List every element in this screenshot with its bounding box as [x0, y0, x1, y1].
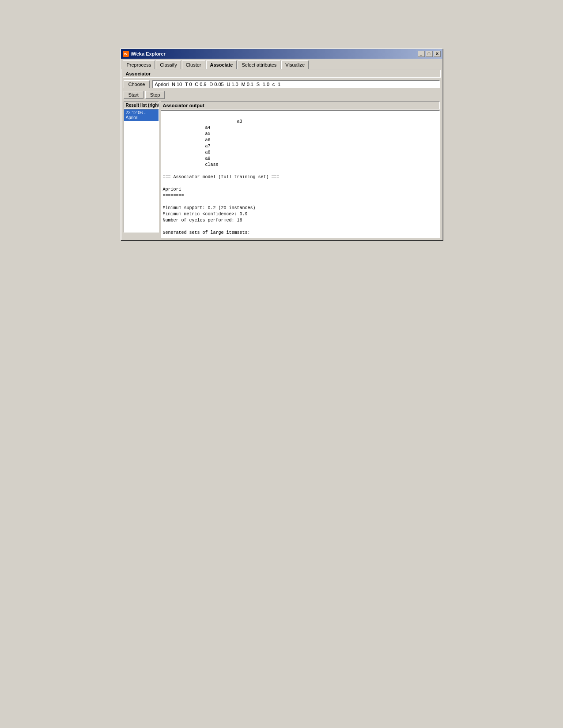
panel-container: Result list (right-clic... 23:12:06 - Ap… — [124, 101, 440, 238]
tab-classify[interactable]: Classify — [156, 60, 181, 69]
section-header: Associator — [123, 70, 441, 78]
result-list-header: Result list (right-clic... — [124, 101, 159, 109]
result-item[interactable]: 23:12:06 - Apriori — [124, 109, 159, 121]
tab-bar: Preprocess Classify Cluster Associate Se… — [121, 59, 442, 69]
title-buttons: _ □ ✕ — [418, 51, 441, 57]
minimize-button[interactable]: _ — [418, 51, 425, 57]
choose-button[interactable]: Choose — [124, 80, 150, 88]
choose-row: Choose Apriori -N 10 -T 0 -C 0.9 -D 0.05… — [124, 80, 440, 88]
output-box[interactable]: a3 a4 a5 a6 a7 a8 a9 class === Associato… — [161, 110, 440, 238]
stop-button[interactable]: Stop — [145, 91, 165, 99]
result-list-box: 23:12:06 - Apriori — [124, 109, 159, 233]
content-area: Choose Apriori -N 10 -T 0 -C 0.9 -D 0.05… — [121, 79, 442, 240]
tab-visualize[interactable]: Visualize — [281, 60, 309, 69]
title-bar: W iWeka Explorer _ □ ✕ — [121, 49, 442, 59]
output-panel: Associator output a3 a4 a5 a6 a7 a8 a9 c… — [161, 101, 440, 238]
tab-associate[interactable]: Associate — [206, 60, 237, 69]
tab-cluster[interactable]: Cluster — [182, 60, 205, 69]
output-content: a3 a4 a5 a6 a7 a8 a9 class === Associato… — [163, 119, 407, 238]
app-icon: W — [123, 51, 129, 57]
start-button[interactable]: Start — [124, 91, 144, 99]
maximize-button[interactable]: □ — [426, 51, 433, 57]
result-list-panel: Result list (right-clic... 23:12:06 - Ap… — [124, 101, 159, 238]
control-row: Start Stop — [124, 91, 440, 99]
output-header: Associator output — [161, 101, 440, 109]
title-bar-left: W iWeka Explorer — [123, 51, 166, 57]
tab-preprocess[interactable]: Preprocess — [123, 60, 155, 69]
command-text: Apriori -N 10 -T 0 -C 0.9 -D 0.05 -U 1.0… — [152, 80, 439, 88]
close-button[interactable]: ✕ — [434, 51, 441, 57]
tab-select-attributes[interactable]: Select attributes — [238, 60, 280, 69]
window-title: iWeka Explorer — [131, 51, 166, 56]
main-window: W iWeka Explorer _ □ ✕ Preprocess Classi… — [121, 49, 443, 240]
